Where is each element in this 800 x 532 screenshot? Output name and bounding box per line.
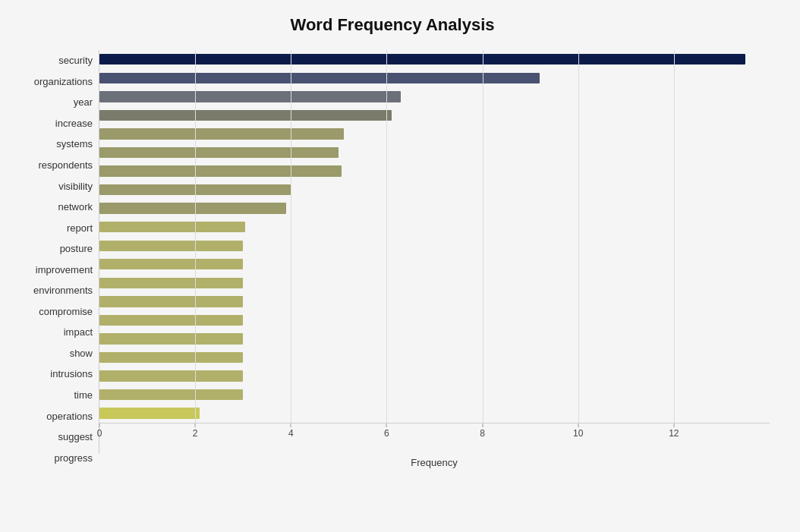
- y-label: systems: [15, 139, 93, 149]
- bar-row: [99, 274, 770, 293]
- x-axis-label: Frequency: [99, 457, 770, 468]
- bar: [99, 408, 200, 418]
- grid-line: [578, 50, 579, 423]
- chart-area: securityorganizationsyearincreasesystems…: [15, 50, 770, 468]
- grid-line: [291, 50, 291, 423]
- bar-row: [99, 181, 770, 200]
- bar-row: [99, 199, 770, 218]
- chart-container: Word Frequency Analysis securityorganiza…: [0, 0, 800, 532]
- bar-row: [99, 329, 770, 348]
- bar-row: [99, 292, 770, 311]
- grid-line: [483, 50, 483, 423]
- x-tick-line: [291, 423, 291, 427]
- y-label: operations: [15, 411, 93, 421]
- x-tick-line: [99, 423, 100, 427]
- bar: [99, 315, 243, 326]
- x-tick-label: 6: [384, 428, 389, 439]
- bar: [99, 203, 286, 213]
- y-label: improvement: [15, 265, 93, 275]
- y-labels: securityorganizationsyearincreasesystems…: [15, 50, 99, 468]
- y-label: show: [15, 348, 93, 358]
- bar: [99, 222, 245, 232]
- bar: [99, 73, 540, 83]
- y-label: posture: [15, 244, 93, 253]
- bar-row: [99, 106, 770, 125]
- bar: [99, 278, 243, 288]
- x-axis: 024681012: [99, 423, 770, 454]
- bar: [99, 165, 342, 176]
- x-tick-label: 10: [573, 428, 583, 439]
- bar: [99, 128, 344, 139]
- y-label: time: [15, 390, 93, 400]
- bar-row: [99, 87, 770, 106]
- y-label: compromise: [15, 307, 93, 316]
- bar-row: [99, 143, 770, 162]
- bar: [99, 110, 392, 121]
- bar: [99, 54, 745, 65]
- y-label: organizations: [15, 77, 93, 87]
- bar-row: [99, 162, 770, 181]
- x-tick-line: [578, 423, 578, 427]
- bars-and-x: 024681012 Frequency: [99, 50, 770, 468]
- x-tick-label: 2: [193, 428, 198, 439]
- bar: [99, 389, 243, 400]
- x-tick-line: [386, 423, 387, 427]
- bar: [99, 296, 243, 307]
- y-label: report: [15, 223, 93, 233]
- bar-row: [99, 69, 770, 88]
- x-tick-label: 0: [97, 428, 102, 439]
- bar: [99, 352, 243, 363]
- bar: [99, 91, 401, 102]
- y-label: network: [15, 202, 93, 212]
- y-label: respondents: [15, 160, 93, 170]
- y-label: environments: [15, 285, 93, 295]
- bar-row: [99, 311, 770, 330]
- bar: [99, 370, 243, 381]
- y-label: intrusions: [15, 369, 93, 379]
- bar: [99, 147, 339, 158]
- grid-line: [195, 50, 196, 423]
- bar-row: [99, 404, 770, 423]
- y-label: impact: [15, 327, 93, 337]
- bar-row: [99, 367, 770, 386]
- y-label: year: [15, 97, 93, 107]
- x-tick-line: [195, 423, 196, 427]
- y-label: suggest: [15, 432, 93, 442]
- x-tick-line: [482, 423, 483, 427]
- y-label: visibility: [15, 181, 93, 191]
- y-label: increase: [15, 118, 93, 128]
- y-label: security: [15, 55, 93, 65]
- bars-section: [99, 50, 770, 423]
- bar-row: [99, 255, 770, 274]
- x-tick-label: 8: [480, 428, 485, 439]
- bar: [99, 241, 243, 251]
- grid-line: [386, 50, 387, 423]
- x-tick-label: 4: [288, 428, 294, 439]
- bar-row: [99, 236, 770, 255]
- bar: [99, 333, 243, 344]
- x-tick-label: 12: [669, 428, 679, 439]
- bar-row: [99, 386, 770, 405]
- bar-row: [99, 348, 770, 367]
- y-label: progress: [15, 453, 93, 463]
- grid-line: [674, 50, 675, 423]
- bar-row: [99, 124, 770, 143]
- chart-title: Word Frequency Analysis: [15, 15, 770, 35]
- bar: [99, 259, 243, 269]
- bar-row: [99, 218, 770, 237]
- bar-row: [99, 50, 770, 69]
- x-tick-line: [673, 423, 674, 427]
